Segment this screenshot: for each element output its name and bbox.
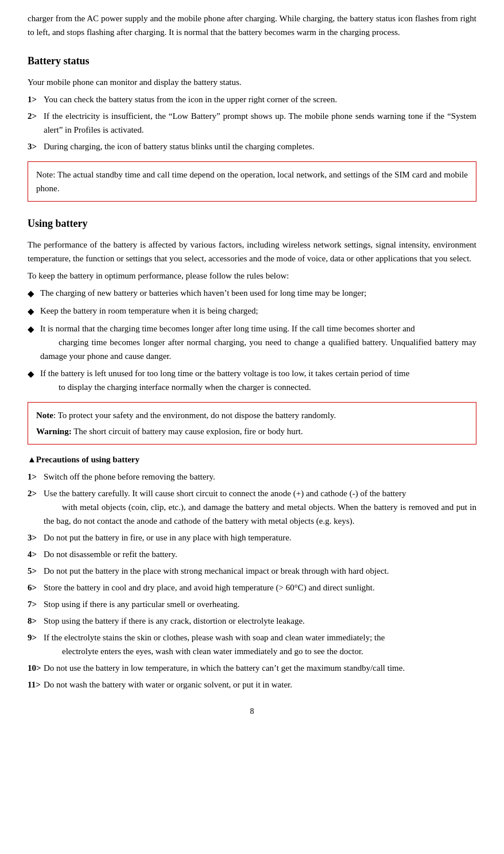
precaution-num-1: 1> bbox=[28, 470, 44, 484]
bullet-item-3: ◆ It is normal that the charging time be… bbox=[28, 322, 476, 363]
intro-paragraph: charger from the AC power supply and the… bbox=[28, 11, 476, 39]
precaution-item-2: 2> Use the battery carefully. It will ca… bbox=[28, 486, 476, 528]
precaution-item-1: 1> Switch off the phone before removing … bbox=[28, 470, 476, 484]
bullet-symbol-3: ◆ bbox=[28, 322, 40, 336]
battery-status-num-2: 2> bbox=[28, 109, 44, 123]
bullet-text-4: If the battery is left unused for too lo… bbox=[40, 366, 476, 394]
precaution-item-8: 8> Stop using the battery if there is an… bbox=[28, 614, 476, 628]
precaution-num-5: 5> bbox=[28, 564, 44, 578]
precaution-text-8: Stop using the battery if there is any c… bbox=[44, 614, 476, 628]
precaution-num-2: 2> bbox=[28, 486, 44, 500]
precaution-item-7: 7> Stop using if there is any particular… bbox=[28, 597, 476, 611]
using-battery-para1: The performance of the battery is affect… bbox=[28, 238, 476, 265]
precaution-num-3: 3> bbox=[28, 531, 44, 544]
precaution-text-11: Do not wash the battery with water or or… bbox=[44, 678, 476, 691]
bullet-text-3: It is normal that the charging time beco… bbox=[40, 322, 476, 363]
precaution-text-2-indent: with metal objects (coin, clip, etc.), a… bbox=[44, 503, 476, 525]
precaution-num-11: 11> bbox=[28, 678, 44, 691]
using-battery-title: Using battery bbox=[28, 215, 476, 232]
battery-status-item-3: 3> During charging, the icon of battery … bbox=[28, 140, 476, 153]
precaution-text-6: Store the battery in cool and dry place,… bbox=[44, 581, 476, 594]
battery-status-title: Battery status bbox=[28, 53, 476, 69]
using-battery-para2: To keep the battery in optimum performan… bbox=[28, 269, 476, 283]
precaution-item-5: 5> Do not put the battery in the place w… bbox=[28, 564, 476, 578]
battery-status-num-3: 3> bbox=[28, 140, 44, 153]
note-box-line1: Note: To protect your safety and the env… bbox=[36, 408, 468, 422]
precaution-item-10: 10> Do not use the battery in low temper… bbox=[28, 661, 476, 675]
battery-status-num-1: 1> bbox=[28, 92, 44, 106]
battery-status-text-3: During charging, the icon of battery sta… bbox=[44, 140, 476, 153]
precaution-item-3: 3> Do not put the battery in fire, or us… bbox=[28, 531, 476, 544]
bullet-text-4-indent: to display the charging interface normal… bbox=[40, 382, 311, 392]
precaution-text-9: If the electrolyte stains the skin or cl… bbox=[44, 631, 476, 658]
bullet-text-1: The charging of new battery or batteries… bbox=[40, 286, 476, 300]
precaution-text-4: Do not disassemble or refit the battery. bbox=[44, 547, 476, 561]
precaution-text-7: Stop using if there is any particular sm… bbox=[44, 597, 476, 611]
bullet-text-3-indent: charging time becomes longer after norma… bbox=[40, 338, 476, 361]
precaution-text-10: Do not use the battery in low temperatur… bbox=[44, 661, 476, 675]
battery-status-text-1: You can check the battery status from th… bbox=[44, 92, 476, 106]
battery-status-item-2: 2> If the electricity is insufficient, t… bbox=[28, 109, 476, 137]
precaution-text-2-main: Use the battery carefully. It will cause… bbox=[44, 489, 406, 498]
bullet-item-2: ◆ Keep the battery in room temperature w… bbox=[28, 304, 476, 318]
warning-label: Warning: bbox=[36, 427, 72, 436]
note-box-line2: Warning: The short circuit of battery ma… bbox=[36, 424, 468, 438]
bullet-item-4: ◆ If the battery is left unused for too … bbox=[28, 366, 476, 394]
note-box-battery-status-text: Note: The actual standby time and call t… bbox=[36, 168, 468, 195]
precaution-text-9-main: If the electrolyte stains the skin or cl… bbox=[44, 633, 385, 642]
precaution-item-11: 11> Do not wash the battery with water o… bbox=[28, 678, 476, 691]
precaution-text-1: Switch off the phone before removing the… bbox=[44, 470, 476, 484]
precautions-title: ▲Precautions of using battery bbox=[28, 453, 476, 466]
battery-status-text-2: If the electricity is insufficient, the … bbox=[44, 109, 476, 137]
precaution-item-9: 9> If the electrolyte stains the skin or… bbox=[28, 631, 476, 658]
precaution-text-3: Do not put the battery in fire, or use i… bbox=[44, 531, 476, 544]
precaution-num-8: 8> bbox=[28, 614, 44, 628]
precaution-num-9: 9> bbox=[28, 631, 44, 644]
precaution-text-9-indent: electrolyte enters the eyes, wash with c… bbox=[44, 647, 363, 656]
note-text: : To protect your safety and the environ… bbox=[53, 411, 336, 420]
bullet-text-2: Keep the battery in room temperature whe… bbox=[40, 304, 476, 318]
note-box-battery-status: Note: The actual standby time and call t… bbox=[28, 161, 476, 202]
bullet-symbol-2: ◆ bbox=[28, 304, 40, 318]
bullet-item-1: ◆ The charging of new battery or batteri… bbox=[28, 286, 476, 300]
warning-text: The short circuit of battery may cause e… bbox=[72, 427, 303, 436]
precaution-num-10: 10> bbox=[28, 661, 44, 675]
bullet-symbol-1: ◆ bbox=[28, 286, 40, 300]
battery-status-intro: Your mobile phone can monitor and displa… bbox=[28, 75, 476, 89]
precaution-text-2: Use the battery carefully. It will cause… bbox=[44, 486, 476, 528]
bullet-symbol-4: ◆ bbox=[28, 366, 40, 381]
bullet-text-3-main: It is normal that the charging time beco… bbox=[40, 324, 415, 333]
precaution-num-6: 6> bbox=[28, 581, 44, 594]
precaution-item-4: 4> Do not disassemble or refit the batte… bbox=[28, 547, 476, 561]
note-box-using-battery: Note: To protect your safety and the env… bbox=[28, 402, 476, 445]
precaution-num-4: 4> bbox=[28, 547, 44, 561]
precaution-text-5: Do not put the battery in the place with… bbox=[44, 564, 476, 578]
precaution-item-6: 6> Store the battery in cool and dry pla… bbox=[28, 581, 476, 594]
note-label: Note bbox=[36, 411, 53, 420]
precaution-num-7: 7> bbox=[28, 597, 44, 611]
bullet-text-4-main: If the battery is left unused for too lo… bbox=[40, 369, 409, 378]
page-number: 8 bbox=[28, 705, 476, 718]
battery-status-item-1: 1> You can check the battery status from… bbox=[28, 92, 476, 106]
